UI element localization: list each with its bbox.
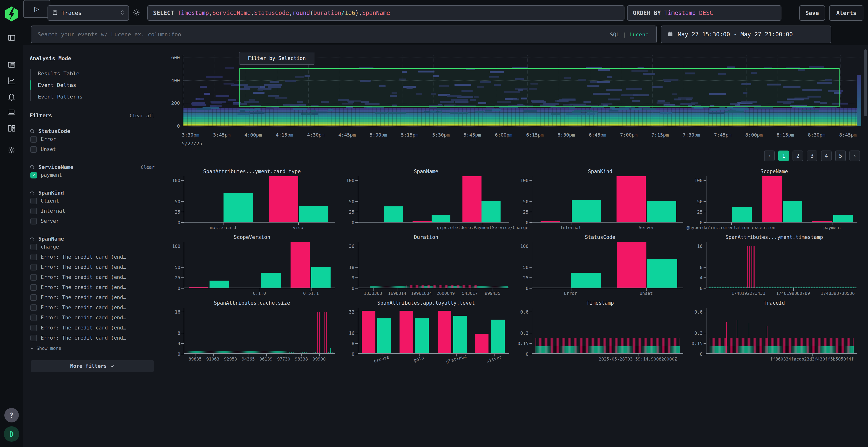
checkbox[interactable] xyxy=(30,284,37,291)
filter-option[interactable]: Error xyxy=(30,134,155,144)
search-input[interactable] xyxy=(31,26,657,43)
x-axis-tick-label: 94365 xyxy=(242,356,255,362)
save-button[interactable]: Save xyxy=(799,5,825,21)
filter-option[interactable]: Error: The credit card (end… xyxy=(30,282,155,293)
filter-option[interactable]: charge xyxy=(30,242,155,252)
page-button[interactable]: 1 xyxy=(778,150,789,161)
checkbox[interactable] xyxy=(30,335,37,341)
checkbox[interactable] xyxy=(30,325,37,331)
sidebar-toggle-icon[interactable] xyxy=(6,33,17,43)
y-axis-tick-label: 25 xyxy=(175,275,180,280)
checkbox[interactable] xyxy=(30,146,37,153)
run-query-button[interactable]: ▷ xyxy=(23,0,51,18)
y-axis-tick-mark xyxy=(529,212,532,212)
lucene-mode-toggle[interactable]: Lucene xyxy=(629,32,649,38)
dense-bar-strip xyxy=(535,346,680,353)
checkbox[interactable] xyxy=(30,254,37,260)
filter-option[interactable]: Error: The credit card (end… xyxy=(30,303,155,313)
vertical-scrollbar[interactable] xyxy=(864,49,867,116)
checkbox[interactable] xyxy=(30,244,37,250)
filter-option[interactable]: Error: The credit card (end… xyxy=(30,252,155,262)
heatmap-band xyxy=(183,115,861,117)
user-avatar[interactable]: D xyxy=(4,426,19,442)
checkbox[interactable] xyxy=(30,294,37,301)
checkbox[interactable] xyxy=(30,304,37,311)
checkbox[interactable]: ✓ xyxy=(30,172,37,178)
checkbox[interactable] xyxy=(30,136,37,143)
y-axis-tick-label: 8 xyxy=(178,331,180,336)
sessions-laptop-icon[interactable] xyxy=(6,107,17,118)
filter-option[interactable]: Error: The credit card (end… xyxy=(30,313,155,323)
bar xyxy=(833,215,853,222)
spike-bar xyxy=(737,320,737,353)
page-button[interactable]: 2 xyxy=(793,150,803,161)
sql-token: 1e6 xyxy=(345,10,355,16)
clear-filter-link[interactable]: Clear xyxy=(141,165,155,170)
checkbox[interactable] xyxy=(30,208,37,214)
page-button[interactable]: 5 xyxy=(835,150,846,161)
x-axis-tick-label: 999435 xyxy=(485,291,500,296)
heatmap-cell xyxy=(191,103,204,105)
clear-all-link[interactable]: Clear all xyxy=(130,113,155,118)
filter-option[interactable]: Error: The credit card (end… xyxy=(30,262,155,272)
filter-option[interactable]: Server xyxy=(30,216,155,226)
settings-gear-icon[interactable] xyxy=(6,145,17,156)
page-prev-button[interactable]: ‹ xyxy=(764,150,775,161)
filter-option[interactable]: Error: The credit card (end… xyxy=(30,333,155,343)
analysis-mode-item[interactable]: Results Table xyxy=(38,68,155,79)
chart-explorer-icon[interactable] xyxy=(6,75,17,86)
y-axis-tick-label: 0.3 xyxy=(694,331,703,336)
alerts-bell-icon[interactable] xyxy=(6,91,17,102)
y-axis-tick-label: 600 xyxy=(165,55,180,61)
filter-option[interactable]: Error: The credit card (end… xyxy=(30,272,155,282)
heatmap-cell xyxy=(199,86,207,88)
alerts-button[interactable]: Alerts xyxy=(829,5,863,21)
bar xyxy=(189,287,208,287)
date-range-picker[interactable]: May 27 15:30:00 - May 27 21:00:00 xyxy=(661,26,831,43)
source-select[interactable]: Traces xyxy=(48,5,129,21)
filter-option[interactable]: Unset xyxy=(30,144,155,154)
analysis-mode-item[interactable]: Event Patterns xyxy=(38,91,155,102)
checkbox[interactable] xyxy=(30,218,37,225)
search-logs-icon[interactable] xyxy=(6,60,17,70)
checkbox[interactable] xyxy=(30,198,37,204)
show-more-link[interactable]: Show more xyxy=(30,343,155,353)
filter-option[interactable]: Error: The credit card (end… xyxy=(30,293,155,303)
filter-by-selection-button[interactable]: Filter by Selection xyxy=(239,52,314,65)
more-filters-button[interactable]: More filters xyxy=(31,360,154,372)
help-button[interactable]: ? xyxy=(4,408,19,422)
filter-option[interactable]: Client xyxy=(30,196,155,206)
filter-option[interactable]: Internal xyxy=(30,206,155,216)
sql-select-input[interactable]: SELECT Timestamp,ServiceName,StatusCode,… xyxy=(147,5,624,21)
x-axis-tick-label: mastercard xyxy=(210,225,236,230)
x-axis-tick-label: 98338 xyxy=(295,356,308,362)
mini-chart-plot xyxy=(184,308,335,354)
sql-token: / xyxy=(341,10,345,16)
page-button[interactable]: 4 xyxy=(821,150,832,161)
y-axis-tick-mark xyxy=(529,288,532,288)
y-axis-tick-mark xyxy=(181,333,184,333)
selection-box[interactable] xyxy=(240,68,840,107)
source-settings-gear-icon[interactable] xyxy=(132,8,140,17)
checkbox[interactable] xyxy=(30,264,37,271)
y-axis-tick-label: 25 xyxy=(697,209,703,215)
sql-mode-toggle[interactable]: SQL xyxy=(610,32,620,38)
hyperdx-logo[interactable] xyxy=(4,6,19,22)
filter-option-label: payment xyxy=(41,172,62,178)
sql-orderby-input[interactable]: ORDER BY Timestamp DESC xyxy=(627,5,781,21)
checkbox[interactable] xyxy=(30,274,37,281)
page-button[interactable]: 3 xyxy=(807,150,817,161)
analysis-mode-item[interactable]: Event Deltas xyxy=(38,79,155,91)
y-axis-tick-label: 9 xyxy=(352,275,354,280)
nav-rail: ? D xyxy=(0,0,23,447)
heatmap-cell xyxy=(694,107,704,109)
y-axis-tick-mark xyxy=(181,267,184,268)
filter-option[interactable]: Error: The credit card (end… xyxy=(30,323,155,333)
page-next-button[interactable]: › xyxy=(849,150,860,161)
filter-option[interactable]: ✓payment xyxy=(30,170,155,180)
y-axis-tick-label: 50 xyxy=(523,265,528,270)
search-icon xyxy=(30,165,35,170)
x-axis-tick-label: 1748192273433 xyxy=(731,291,765,296)
dashboards-icon[interactable] xyxy=(6,123,17,134)
checkbox[interactable] xyxy=(30,314,37,321)
